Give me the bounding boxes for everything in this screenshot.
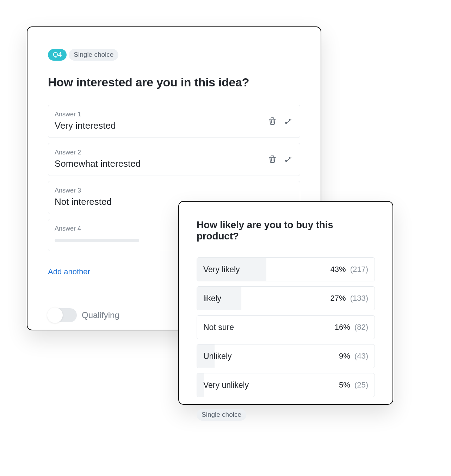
answer-label: Answer 3 <box>55 187 294 194</box>
result-value: 16% (82) <box>335 323 368 332</box>
qualifying-toggle[interactable] <box>48 308 77 322</box>
results-card: How likely are you to buy this product? … <box>178 201 393 405</box>
branch-icon[interactable] <box>284 154 294 164</box>
result-value: 43% (217) <box>330 265 368 274</box>
result-percent: 9 <box>339 352 343 360</box>
qualifying-label: Qualifying <box>82 310 119 320</box>
result-row: Not sure16% (82) <box>197 315 375 339</box>
result-percent: 16 <box>335 323 343 331</box>
result-percent: 43 <box>330 265 339 274</box>
results-type-pill: Single choice <box>197 409 246 421</box>
answer-text-placeholder[interactable] <box>55 239 139 242</box>
add-another-button[interactable]: Add another <box>48 267 90 276</box>
results-type-row: Single choice <box>197 409 375 421</box>
answer-text-input[interactable]: Very interested <box>55 120 294 131</box>
result-label: Very likely <box>203 265 240 274</box>
result-label: likely <box>203 294 221 303</box>
result-percent: 27 <box>330 294 339 303</box>
question-title[interactable]: How interested are you in this idea? <box>48 75 300 89</box>
result-row: likely27% (133) <box>197 286 375 310</box>
result-row: Very likely43% (217) <box>197 257 375 281</box>
answer-row[interactable]: Answer 1Very interested <box>48 105 300 138</box>
question-type-pill: Single choice <box>69 49 118 61</box>
branch-icon[interactable] <box>284 116 294 126</box>
result-count: (25) <box>354 380 368 389</box>
result-count: (217) <box>350 265 368 274</box>
results-question-title: How likely are you to buy this product? <box>197 219 375 242</box>
toggle-knob <box>47 307 63 323</box>
results-container: Very likely43% (217)likely27% (133)Not s… <box>197 257 375 397</box>
trash-icon[interactable] <box>267 154 277 164</box>
result-row: Very unlikely5% (25) <box>197 373 375 397</box>
answer-label: Answer 2 <box>55 149 294 156</box>
question-number-pill: Q4 <box>48 49 67 61</box>
result-value: 9% (43) <box>339 352 368 361</box>
result-label: Not sure <box>203 323 234 332</box>
answer-actions <box>267 116 294 126</box>
result-percent: 5 <box>339 380 343 389</box>
result-label: Unlikely <box>203 352 232 361</box>
answer-label: Answer 1 <box>55 111 294 118</box>
result-count: (43) <box>354 352 368 360</box>
answer-actions <box>267 154 294 164</box>
result-label: Very unlikely <box>203 380 249 390</box>
result-value: 5% (25) <box>339 380 368 390</box>
result-row: Unlikely9% (43) <box>197 344 375 368</box>
trash-icon[interactable] <box>267 116 277 126</box>
result-count: (82) <box>354 323 368 331</box>
question-tags: Q4 Single choice <box>48 49 300 61</box>
answer-row[interactable]: Answer 2Somewhat interested <box>48 143 300 176</box>
answer-text-input[interactable]: Somewhat interested <box>55 158 294 169</box>
result-value: 27% (133) <box>330 294 368 303</box>
result-count: (133) <box>350 294 368 303</box>
